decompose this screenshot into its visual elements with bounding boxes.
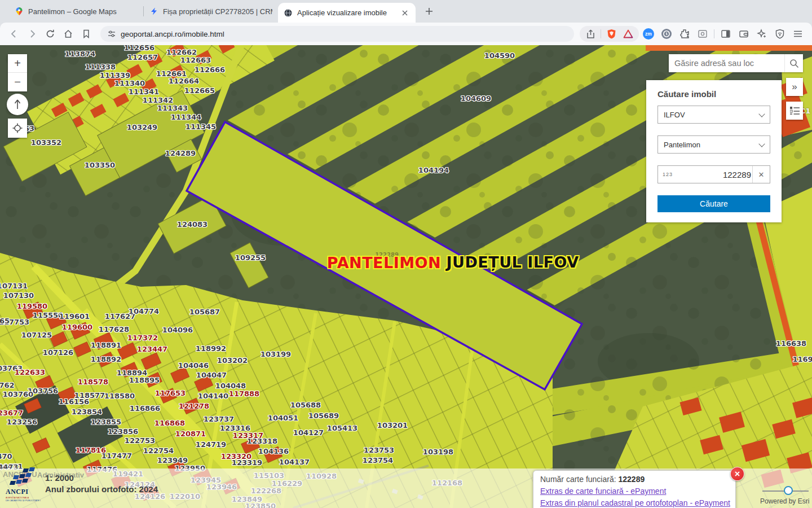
chevron-down-icon [758,141,765,147]
address-search [669,54,803,72]
extensions-puzzle-icon[interactable] [676,25,693,42]
password-manager-icon[interactable] [658,25,675,42]
north-arrow-icon [12,99,23,110]
bookmark-icon[interactable] [78,25,95,42]
divider [601,29,601,38]
brave-shield-icon[interactable] [603,25,620,42]
google-maps-pin-icon [15,7,24,16]
carte-funciara-popup: Număr carte funciară: 122289 Extras de c… [533,470,736,508]
reload-button[interactable] [42,25,59,42]
brave-rewards-icon[interactable] [620,25,637,42]
numeric-icon: 123 [658,172,676,177]
tab-title: Aplicație vizualizare imobile [297,8,395,17]
tab-title: Fișa proprietății CP2778205 | CRM [163,7,272,16]
tab-google-maps[interactable]: Pantelimon – Google Maps [9,0,143,23]
zoom-control: + − [8,54,27,91]
legend-list-icon [790,106,800,115]
home-button[interactable] [60,25,77,42]
double-chevron-icon: » [792,81,797,93]
new-tab-button[interactable] [421,3,437,19]
city-select[interactable]: Pantelimon [657,135,770,154]
globe-icon [284,8,293,17]
map-canvas[interactable]: 1138741126561126571126621126631126661113… [0,45,812,508]
menu-icon[interactable] [789,25,806,42]
tab-close-icon[interactable] [400,8,410,18]
leo-ai-sparkles-icon[interactable] [753,25,770,42]
chevron-down-icon [758,111,765,117]
cadastral-number-field: 123 ✕ [657,165,770,183]
crm-arrow-icon [149,7,158,16]
cadastral-number-input[interactable] [676,169,752,180]
search-button-label: Căutare [700,199,728,208]
ortho-year: Anul zborului ortofoto: 2024 [45,484,158,494]
tab-title: Pantelimon – Google Maps [28,7,138,16]
vpn-shield-icon[interactable] [771,25,788,42]
crosshair-icon [12,122,23,134]
carte-funciara-number: 122289 [619,475,645,484]
clear-input-icon[interactable]: ✕ [752,166,770,183]
back-button[interactable] [6,25,23,42]
toolbar-action-group [580,26,639,42]
extras-plan-cadastral-link[interactable]: Extras din planul cadastral pe ortofotop… [540,497,729,508]
browser-toolbar: geoportal.ancpi.ro/imobile.html zm [0,23,812,45]
screenshot-tool-icon[interactable] [694,25,711,42]
ancpi-logo: ANCPI AGENȚIA NAȚIONALĂ DE CADASTRU ȘI P… [6,471,41,502]
url-text[interactable]: geoportal.ancpi.ro/imobile.html [121,30,224,38]
search-icon [789,59,799,68]
carte-funciara-line: Număr carte funciară: 122289 [540,474,729,485]
divider [714,29,714,38]
zoom-in-button[interactable]: + [8,54,27,73]
transparency-slider-handle[interactable] [784,486,793,495]
address-search-button[interactable] [784,54,803,72]
tab-crm[interactable]: Fișa proprietății CP2778205 | CRM [144,0,278,23]
county-select[interactable]: ILFOV [657,106,770,124]
compass-button[interactable] [7,94,28,115]
address-search-input[interactable] [669,59,784,68]
city-value: Pantelimon [664,141,700,149]
city-label: PANTELIMON [327,254,441,271]
close-icon [734,471,740,477]
zoom-out-button[interactable]: − [8,73,27,91]
panel-title: Căutare imobil [657,89,770,99]
extras-carte-funciara-link[interactable]: Extras de carte funciară - ePayment [540,485,729,497]
ancpi-flag-icon [9,471,34,488]
address-bar[interactable]: geoportal.ancpi.ro/imobile.html [100,26,574,42]
sidebar-icon[interactable] [717,25,734,42]
tab-imobile-active[interactable]: Aplicație vizualizare imobile [278,3,416,23]
collapse-panel-button[interactable]: » [786,78,803,96]
esri-attribution: Powered by Esri [760,497,809,505]
search-submit-button[interactable]: Căutare [657,195,770,212]
forward-button[interactable] [24,25,41,42]
site-settings-icon[interactable] [107,29,116,38]
legend-button[interactable] [786,102,803,120]
popup-close-button[interactable] [730,467,744,481]
tab-bar: Pantelimon – Google Maps Fișa proprietăț… [0,0,812,23]
wallet-icon[interactable] [735,25,752,42]
share-icon[interactable] [582,25,599,42]
county-label: JUDEȚUL ILFOV [446,253,579,271]
map-scale: 1: 2000 [45,473,74,483]
zoom-extension-icon[interactable]: zm [640,25,657,42]
browser-window: Pantelimon – Google Maps Fișa proprietăț… [0,0,812,508]
locate-button[interactable] [8,119,27,138]
county-value: ILFOV [664,111,685,119]
cautare-imobil-panel: Căutare imobil ILFOV Pantelimon 123 ✕ Că… [646,80,782,222]
